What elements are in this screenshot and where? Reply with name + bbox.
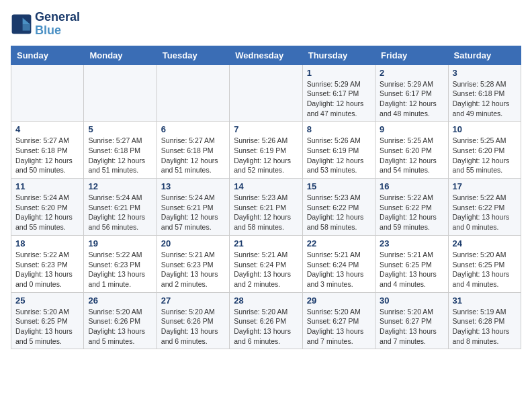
calendar-cell: 16Sunrise: 5:22 AM Sunset: 6:22 PM Dayli… <box>375 179 448 236</box>
day-number: 8 <box>307 124 371 134</box>
day-info: Sunrise: 5:22 AM Sunset: 6:22 PM Dayligh… <box>453 193 517 232</box>
day-info: Sunrise: 5:26 AM Sunset: 6:19 PM Dayligh… <box>234 136 298 175</box>
weekday-header-tuesday: Tuesday <box>157 46 229 64</box>
day-info: Sunrise: 5:24 AM Sunset: 6:21 PM Dayligh… <box>161 193 225 232</box>
day-number: 4 <box>15 124 79 134</box>
day-info: Sunrise: 5:26 AM Sunset: 6:19 PM Dayligh… <box>307 136 371 175</box>
day-info: Sunrise: 5:25 AM Sunset: 6:20 PM Dayligh… <box>453 136 517 175</box>
calendar-week-2: 4Sunrise: 5:27 AM Sunset: 6:18 PM Daylig… <box>11 122 521 179</box>
calendar-cell: 27Sunrise: 5:20 AM Sunset: 6:26 PM Dayli… <box>157 292 229 349</box>
svg-marker-2 <box>23 24 30 31</box>
day-info: Sunrise: 5:22 AM Sunset: 6:22 PM Dayligh… <box>380 193 443 232</box>
top-bar: General Blue <box>11 11 521 40</box>
calendar-cell <box>157 64 229 122</box>
calendar-cell: 22Sunrise: 5:21 AM Sunset: 6:24 PM Dayli… <box>302 235 375 292</box>
calendar-cell: 25Sunrise: 5:20 AM Sunset: 6:25 PM Dayli… <box>11 292 84 349</box>
day-info: Sunrise: 5:20 AM Sunset: 6:26 PM Dayligh… <box>234 307 298 347</box>
day-info: Sunrise: 5:27 AM Sunset: 6:18 PM Dayligh… <box>161 136 225 175</box>
day-number: 29 <box>307 295 371 306</box>
weekday-header-wednesday: Wednesday <box>230 46 302 64</box>
day-info: Sunrise: 5:19 AM Sunset: 6:28 PM Dayligh… <box>453 307 517 347</box>
calendar-week-1: 1Sunrise: 5:29 AM Sunset: 6:17 PM Daylig… <box>11 64 521 122</box>
day-number: 14 <box>234 181 298 191</box>
day-info: Sunrise: 5:22 AM Sunset: 6:23 PM Dayligh… <box>15 250 79 289</box>
calendar-cell: 20Sunrise: 5:21 AM Sunset: 6:23 PM Dayli… <box>157 235 229 292</box>
calendar-cell: 30Sunrise: 5:20 AM Sunset: 6:27 PM Dayli… <box>375 292 448 349</box>
day-number: 3 <box>453 68 517 78</box>
logo-text: General Blue <box>35 11 80 38</box>
calendar-cell: 31Sunrise: 5:19 AM Sunset: 6:28 PM Dayli… <box>448 292 521 349</box>
day-number: 5 <box>88 124 152 134</box>
calendar-week-4: 18Sunrise: 5:22 AM Sunset: 6:23 PM Dayli… <box>11 235 521 292</box>
day-info: Sunrise: 5:20 AM Sunset: 6:27 PM Dayligh… <box>380 307 443 347</box>
day-number: 10 <box>453 124 517 134</box>
calendar-cell: 10Sunrise: 5:25 AM Sunset: 6:20 PM Dayli… <box>448 122 521 179</box>
day-info: Sunrise: 5:27 AM Sunset: 6:18 PM Dayligh… <box>15 136 79 175</box>
day-info: Sunrise: 5:23 AM Sunset: 6:21 PM Dayligh… <box>234 193 298 232</box>
day-number: 12 <box>88 181 152 191</box>
calendar-cell: 13Sunrise: 5:24 AM Sunset: 6:21 PM Dayli… <box>157 179 229 236</box>
calendar-cell: 8Sunrise: 5:26 AM Sunset: 6:19 PM Daylig… <box>302 122 375 179</box>
day-number: 30 <box>380 295 443 306</box>
day-number: 16 <box>380 181 443 191</box>
calendar-cell: 6Sunrise: 5:27 AM Sunset: 6:18 PM Daylig… <box>157 122 229 179</box>
calendar-cell: 15Sunrise: 5:23 AM Sunset: 6:22 PM Dayli… <box>302 179 375 236</box>
day-number: 15 <box>307 181 371 191</box>
day-number: 2 <box>380 68 443 78</box>
calendar-cell: 14Sunrise: 5:23 AM Sunset: 6:21 PM Dayli… <box>230 179 302 236</box>
weekday-header-row: SundayMondayTuesdayWednesdayThursdayFrid… <box>11 46 521 64</box>
day-number: 20 <box>161 238 225 248</box>
calendar-table: SundayMondayTuesdayWednesdayThursdayFrid… <box>11 46 521 350</box>
day-info: Sunrise: 5:21 AM Sunset: 6:24 PM Dayligh… <box>234 250 298 289</box>
weekday-header-thursday: Thursday <box>302 46 375 64</box>
day-number: 9 <box>380 124 443 134</box>
calendar-cell: 23Sunrise: 5:21 AM Sunset: 6:25 PM Dayli… <box>375 235 448 292</box>
day-info: Sunrise: 5:24 AM Sunset: 6:20 PM Dayligh… <box>15 193 79 232</box>
calendar-cell: 24Sunrise: 5:20 AM Sunset: 6:25 PM Dayli… <box>448 235 521 292</box>
day-info: Sunrise: 5:20 AM Sunset: 6:26 PM Dayligh… <box>88 307 152 347</box>
day-number: 13 <box>161 181 225 191</box>
day-info: Sunrise: 5:29 AM Sunset: 6:17 PM Dayligh… <box>307 79 371 119</box>
day-info: Sunrise: 5:29 AM Sunset: 6:17 PM Dayligh… <box>380 79 443 119</box>
day-info: Sunrise: 5:20 AM Sunset: 6:25 PM Dayligh… <box>453 250 517 289</box>
day-info: Sunrise: 5:27 AM Sunset: 6:18 PM Dayligh… <box>88 136 152 175</box>
calendar-cell: 7Sunrise: 5:26 AM Sunset: 6:19 PM Daylig… <box>230 122 302 179</box>
day-number: 31 <box>453 295 517 306</box>
day-number: 17 <box>453 181 517 191</box>
calendar-cell: 11Sunrise: 5:24 AM Sunset: 6:20 PM Dayli… <box>11 179 84 236</box>
calendar-header: SundayMondayTuesdayWednesdayThursdayFrid… <box>11 46 521 64</box>
weekday-header-monday: Monday <box>84 46 157 64</box>
day-number: 18 <box>15 238 79 248</box>
day-info: Sunrise: 5:20 AM Sunset: 6:27 PM Dayligh… <box>307 307 371 347</box>
day-number: 7 <box>234 124 298 134</box>
calendar-cell: 4Sunrise: 5:27 AM Sunset: 6:18 PM Daylig… <box>11 122 84 179</box>
calendar-cell: 3Sunrise: 5:28 AM Sunset: 6:18 PM Daylig… <box>448 64 521 122</box>
calendar-cell: 9Sunrise: 5:25 AM Sunset: 6:20 PM Daylig… <box>375 122 448 179</box>
day-info: Sunrise: 5:24 AM Sunset: 6:21 PM Dayligh… <box>88 193 152 232</box>
calendar-cell: 29Sunrise: 5:20 AM Sunset: 6:27 PM Dayli… <box>302 292 375 349</box>
calendar-body: 1Sunrise: 5:29 AM Sunset: 6:17 PM Daylig… <box>11 64 521 349</box>
day-number: 11 <box>15 181 79 191</box>
weekday-header-saturday: Saturday <box>448 46 521 64</box>
calendar-week-3: 11Sunrise: 5:24 AM Sunset: 6:20 PM Dayli… <box>11 179 521 236</box>
day-number: 22 <box>307 238 371 248</box>
day-number: 25 <box>15 295 79 306</box>
day-info: Sunrise: 5:20 AM Sunset: 6:26 PM Dayligh… <box>161 307 225 347</box>
day-number: 6 <box>161 124 225 134</box>
calendar-cell: 26Sunrise: 5:20 AM Sunset: 6:26 PM Dayli… <box>84 292 157 349</box>
calendar-cell: 5Sunrise: 5:27 AM Sunset: 6:18 PM Daylig… <box>84 122 157 179</box>
day-info: Sunrise: 5:23 AM Sunset: 6:22 PM Dayligh… <box>307 193 371 232</box>
logo-icon <box>11 13 32 35</box>
day-number: 1 <box>307 68 371 78</box>
weekday-header-sunday: Sunday <box>11 46 84 64</box>
day-info: Sunrise: 5:28 AM Sunset: 6:18 PM Dayligh… <box>453 79 517 119</box>
logo: General Blue <box>11 11 80 38</box>
day-number: 21 <box>234 238 298 248</box>
calendar-cell <box>11 64 84 122</box>
calendar-cell: 1Sunrise: 5:29 AM Sunset: 6:17 PM Daylig… <box>302 64 375 122</box>
calendar-cell <box>230 64 302 122</box>
calendar-week-5: 25Sunrise: 5:20 AM Sunset: 6:25 PM Dayli… <box>11 292 521 349</box>
day-number: 19 <box>88 238 152 248</box>
day-number: 26 <box>88 295 152 306</box>
calendar-cell <box>84 64 157 122</box>
